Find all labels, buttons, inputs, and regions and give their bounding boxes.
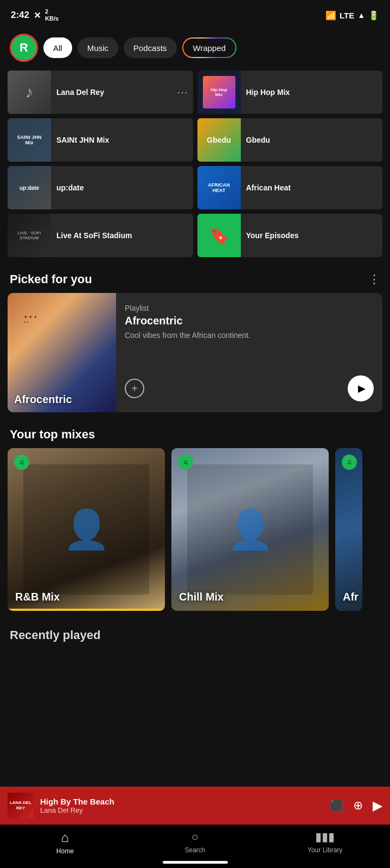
now-playing-play-button[interactable]: ▶ [373, 798, 382, 813]
now-playing-bar[interactable]: LANA DEL REY High By The Beach Lana Del … [0, 787, 390, 825]
grid-item-hiphop[interactable]: Hip HopMix Hip Hop Mix [197, 71, 383, 114]
x-icon: ✕ [34, 10, 41, 21]
status-bar: 2:42 ✕ 2KB/s 📶 LTE ▲ 🔋 [0, 0, 390, 28]
now-playing-info: High By The Beach Lana Del Rey [40, 797, 323, 814]
now-playing-title: High By The Beach [40, 797, 323, 806]
mix-bg-chill: 👤 [171, 448, 329, 611]
picked-name: Afrocentric [125, 315, 374, 327]
filter-all[interactable]: All [43, 37, 72, 58]
picked-info: Playlist Afrocentric Cool vibes from the… [116, 293, 382, 412]
mix-card-chill[interactable]: 👤 ♫ Chill Mix [171, 448, 329, 611]
add-to-library-button[interactable]: + [125, 379, 144, 398]
nav-library-label: Your Library [308, 846, 342, 854]
grid-item-update[interactable]: up:date up:date [8, 166, 193, 209]
grid-item-african[interactable]: AFRICANHEAT African Heat [197, 166, 383, 209]
mix-label-chill: Chill Mix [179, 591, 223, 603]
filter-row: R All Music Podcasts Wrapped [0, 28, 390, 71]
data-rate: 2KB/s [45, 8, 59, 22]
thumb-sofi: LIVE · SOFI STADIUM [8, 214, 51, 257]
status-right: 📶 LTE ▲ 🔋 [325, 10, 379, 21]
grid-item-episodes[interactable]: 🔖 Your Episodes [197, 214, 383, 257]
now-playing-artist: Lana Del Rey [40, 806, 323, 814]
filter-music[interactable]: Music [78, 37, 118, 58]
home-indicator [163, 861, 228, 864]
library-icon: ▮▮▮ [315, 830, 335, 844]
nav-home-label: Home [56, 847, 74, 855]
recent-grid: ♪ Lana Del Rey ⋯ Hip HopMix Hip Hop Mix … [0, 71, 390, 257]
filter-wrapped[interactable]: Wrapped [182, 37, 237, 58]
spotify-logo-chill: ♫ [178, 455, 193, 470]
nav-home[interactable]: ⌂ Home [0, 830, 130, 855]
top-mixes-title: Your top mixes [10, 427, 95, 442]
picked-card[interactable]: ✦ ✦ ✦• • Afrocentric Playlist Afrocentri… [8, 293, 382, 412]
lte-label: LTE [340, 11, 354, 20]
spotify-logo-afr: ♫ [342, 455, 357, 470]
picked-title: Picked for you [10, 272, 92, 286]
recently-played-title: Recently played [10, 628, 101, 642]
filter-podcasts[interactable]: Podcasts [124, 37, 177, 58]
picked-content: Playlist Afrocentric Cool vibes from the… [125, 304, 374, 341]
nav-library[interactable]: ▮▮▮ Your Library [260, 830, 390, 854]
search-icon: ○ [191, 830, 199, 844]
grid-item-saint[interactable]: SAINt JHNMix SAINt JHN Mix [8, 118, 193, 162]
now-playing-thumb: LANA DEL REY [8, 793, 34, 819]
add-icon[interactable]: ⊕ [353, 799, 363, 813]
picked-thumb: ✦ ✦ ✦• • Afrocentric [8, 293, 116, 412]
birds-decoration: ✦ ✦ ✦• • [24, 315, 37, 324]
status-time: 2:42 [11, 10, 29, 21]
now-playing-actions: ⬛ ⊕ ▶ [330, 798, 382, 813]
grid-item-label-episodes: Your Episodes [241, 231, 383, 240]
mix-label-rnb: R&B Mix [15, 591, 60, 603]
status-left: 2:42 ✕ 2KB/s [11, 8, 59, 22]
signal-icon: ▲ [357, 11, 365, 20]
cast-icon[interactable]: ⬛ [330, 799, 343, 812]
mix-bg-afr [335, 448, 362, 611]
grid-item-sofi[interactable]: LIVE · SOFI STADIUM Live At SoFi Stadium [8, 214, 193, 257]
grid-item-label-gbedu: Gbedu [241, 135, 383, 145]
hiphop-inner: Hip HopMix [203, 76, 235, 108]
thumb-saint: SAINt JHNMix [8, 118, 51, 162]
thumb-lana: ♪ [8, 71, 51, 114]
recently-played-section: Recently played [0, 620, 390, 644]
picked-actions: + ▶ [125, 375, 374, 401]
thumb-gbedu: Gbedu [197, 118, 241, 162]
thumb-update: up:date [8, 166, 51, 209]
mix-bg-rnb: 👤 [8, 448, 165, 611]
mix-accent-rnb [8, 609, 165, 611]
wifi-icon: 📶 [325, 10, 336, 21]
picked-more-icon[interactable]: ⋮ [368, 272, 380, 286]
mix-label-afr: Afr [343, 591, 359, 603]
grid-item-label-sofi: Live At SoFi Stadium [51, 231, 193, 240]
picked-section-header: Picked for you ⋮ [0, 261, 390, 293]
nav-search[interactable]: ○ Search [130, 830, 260, 854]
grid-item-label-update: up:date [51, 183, 193, 193]
battery-icon: 🔋 [368, 10, 379, 21]
avatar-button[interactable]: R [10, 34, 38, 62]
mix-card-rnb[interactable]: 👤 ♫ R&B Mix [8, 448, 165, 611]
picked-type: Playlist [125, 304, 374, 312]
mix-card-afr[interactable]: ♫ Afr [335, 448, 362, 611]
nav-search-label: Search [184, 846, 205, 854]
thumb-hiphop: Hip HopMix [197, 71, 241, 114]
spotify-logo-rnb: ♫ [14, 455, 29, 470]
more-icon-lana[interactable]: ⋯ [177, 86, 193, 99]
play-button[interactable]: ▶ [348, 375, 374, 401]
thumb-episodes: 🔖 [197, 214, 241, 257]
grid-item-gbedu[interactable]: Gbedu Gbedu [197, 118, 383, 162]
mix-accent-chill [171, 609, 329, 611]
top-mixes-scroll: 👤 ♫ R&B Mix 👤 ♫ Chill Mix ♫ Afr [0, 448, 390, 620]
top-mixes-header: Your top mixes [0, 417, 390, 448]
thumb-african: AFRICANHEAT [197, 166, 241, 209]
grid-item-label-hiphop: Hip Hop Mix [241, 87, 383, 97]
home-icon: ⌂ [61, 830, 69, 845]
grid-item-lana[interactable]: ♪ Lana Del Rey ⋯ [8, 71, 193, 114]
grid-item-label-saint: SAINt JHN Mix [51, 135, 193, 145]
picked-thumb-label: Afrocentric [14, 393, 72, 406]
grid-item-label-lana: Lana Del Rey [51, 87, 177, 97]
picked-description: Cool vibes from the African continent. [125, 330, 374, 341]
grid-item-label-african: African Heat [241, 183, 383, 193]
